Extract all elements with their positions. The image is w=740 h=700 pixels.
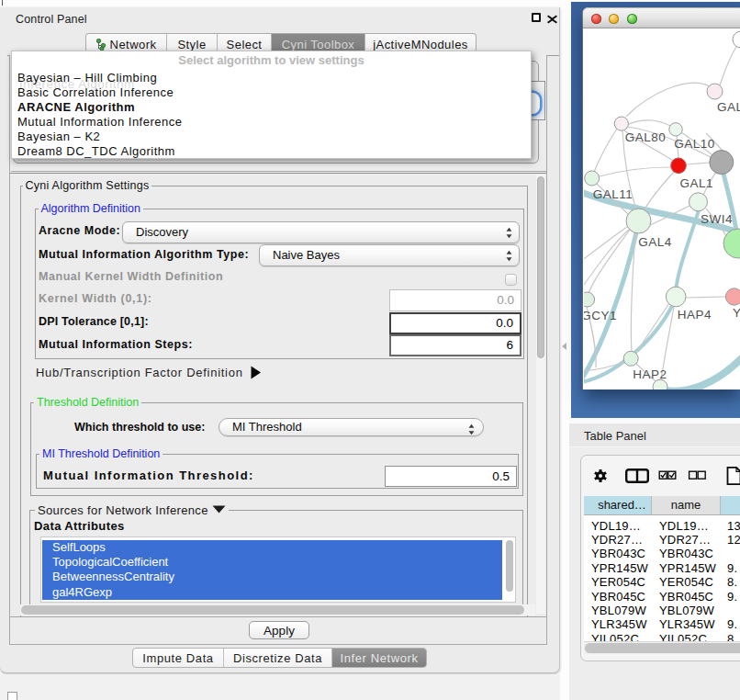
svg-text:SWI4: SWI4 [701,212,733,226]
svg-text:GAL80: GAL80 [625,130,667,144]
svg-text:Y: Y [733,306,740,320]
svg-text:GAL4: GAL4 [638,235,672,249]
svg-text:HAP2: HAP2 [633,367,667,381]
svg-text:GCY1: GCY1 [584,309,617,322]
svg-text:GAL7: GAL7 [717,100,740,114]
svg-text:HAP4: HAP4 [678,308,712,322]
svg-text:GAL10: GAL10 [674,137,715,151]
svg-text:GAL11: GAL11 [593,187,633,201]
svg-text:GAL1: GAL1 [680,176,714,190]
